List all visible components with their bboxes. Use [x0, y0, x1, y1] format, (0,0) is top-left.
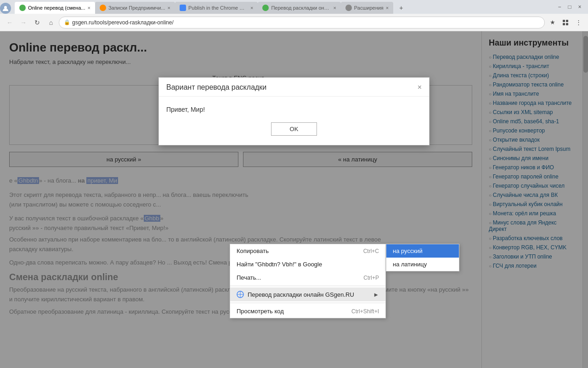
- window-controls: − □ ×: [555, 2, 588, 12]
- svg-rect-1: [563, 20, 565, 22]
- context-menu-item-translate[interactable]: Перевод раскладки онлайн GSgen.RU ►: [230, 288, 385, 301]
- nav-bar: ← → ↻ ⌂ 🔒 gsgen.ru/tools/perevod-raskлад…: [0, 14, 588, 31]
- dialog-header: Вариант перевода раскладки ×: [159, 78, 429, 97]
- context-menu-item-search[interactable]: Найти "Ghbdtn? Vbh!" в Google: [230, 258, 385, 271]
- context-menu-item-copy[interactable]: Копировать Ctrl+C: [230, 244, 385, 258]
- submenu: на русский на латиницу: [386, 244, 459, 271]
- home-button[interactable]: ⌂: [45, 17, 57, 29]
- bookmark-button[interactable]: ★: [547, 17, 559, 29]
- lock-icon: 🔒: [64, 19, 70, 25]
- svg-rect-4: [566, 23, 568, 25]
- page-content: Online перевод раскл... Набрали текст, а…: [0, 31, 588, 368]
- tab-1-close[interactable]: ×: [87, 5, 90, 11]
- context-menu-shortcut-copy: Ctrl+C: [363, 248, 379, 254]
- context-menu: Копировать Ctrl+C Найти "Ghbdtn? Vbh!" в…: [230, 244, 386, 318]
- browser-window: Online перевод (смена... × Записки Предп…: [0, 0, 588, 368]
- submenu-item-russian[interactable]: на русский: [386, 244, 459, 258]
- context-menu-label-translate: Перевод раскладки онлайн GSgen.RU: [248, 291, 354, 298]
- tab-5-icon: [345, 5, 352, 11]
- tab-2-close[interactable]: ×: [168, 5, 170, 11]
- nav-actions: ★ ⋮: [547, 17, 584, 29]
- svg-rect-3: [563, 23, 565, 25]
- tab-1-label: Online перевод (смена...: [28, 5, 85, 11]
- tab-4-close[interactable]: ×: [333, 5, 336, 11]
- dialog-title: Вариант перевода раскладки: [166, 83, 266, 92]
- tab-1-icon: [19, 5, 26, 11]
- tab-5-label: Расширения: [354, 5, 384, 11]
- minimize-button[interactable]: −: [555, 2, 564, 12]
- reload-button[interactable]: ↻: [31, 17, 43, 29]
- context-menu-shortcut-viewsource: Ctrl+Shift+I: [351, 308, 379, 315]
- dialog-text: Привет, Мир!: [166, 106, 422, 113]
- profile-icon[interactable]: [0, 3, 11, 14]
- submenu-item-latin[interactable]: на латиницу: [386, 258, 459, 271]
- tab-2-label: Записки Предприимчи...: [108, 5, 165, 11]
- dialog-close-button[interactable]: ×: [418, 83, 422, 92]
- submenu-arrow: ►: [373, 291, 379, 298]
- address-bar[interactable]: 🔒 gsgen.ru/tools/perevod-raskладки-onlin…: [59, 17, 545, 29]
- tab-1[interactable]: Online перевод (смена... ×: [15, 2, 95, 14]
- tab-3-close[interactable]: ×: [250, 5, 253, 11]
- tab-5-close[interactable]: ×: [386, 5, 389, 11]
- submenu-label-latin: на латиницу: [393, 261, 427, 268]
- title-bar: Online перевод (смена... × Записки Предп…: [0, 0, 588, 14]
- tab-4-label: Перевод раскладки онл...: [271, 5, 331, 11]
- tab-3[interactable]: Publish in the Chrome W... ×: [175, 2, 258, 14]
- extension-button[interactable]: [560, 17, 571, 29]
- context-menu-separator: [230, 286, 385, 286]
- context-menu-label-copy: Копировать: [237, 247, 269, 254]
- tab-4[interactable]: Перевод раскладки онл... ×: [258, 2, 340, 14]
- tabs-area: Online перевод (смена... × Записки Предп…: [0, 0, 555, 14]
- tab-2-icon: [100, 5, 106, 11]
- tab-3-label: Publish in the Chrome W...: [188, 5, 248, 11]
- context-menu-label-search: Найти "Ghbdtn? Vbh!" в Google: [237, 261, 322, 268]
- tab-2[interactable]: Записки Предприимчи... ×: [95, 2, 175, 14]
- new-tab-button[interactable]: +: [395, 2, 407, 14]
- context-menu-item-viewsource[interactable]: Просмотреть код Ctrl+Shift+I: [230, 305, 385, 318]
- dialog-ok-button[interactable]: OK: [271, 122, 317, 136]
- tab-4-icon: [262, 5, 269, 11]
- context-menu-item-print[interactable]: Печать... Ctrl+P: [230, 271, 385, 284]
- forward-button[interactable]: →: [17, 17, 29, 29]
- close-button[interactable]: ×: [575, 2, 584, 12]
- dialog: Вариант перевода раскладки × Привет, Мир…: [158, 77, 430, 145]
- context-menu-separator-2: [230, 303, 385, 303]
- tab-5[interactable]: Расширения ×: [341, 2, 393, 14]
- tab-3-icon: [180, 5, 186, 11]
- maximize-button[interactable]: □: [565, 2, 574, 12]
- submenu-label-russian: на русский: [393, 247, 423, 254]
- back-button[interactable]: ←: [4, 17, 16, 29]
- context-menu-label-viewsource: Просмотреть код: [237, 308, 284, 315]
- translate-icon: [237, 291, 244, 298]
- chrome-menu-button[interactable]: ⋮: [572, 17, 584, 29]
- address-text: gsgen.ru/tools/perevod-raskладки-online/: [72, 19, 540, 26]
- context-menu-shortcut-print: Ctrl+P: [363, 275, 379, 281]
- svg-rect-2: [566, 20, 568, 22]
- context-menu-label-print: Печать...: [237, 274, 261, 281]
- dialog-body: Привет, Мир! OK: [159, 97, 429, 145]
